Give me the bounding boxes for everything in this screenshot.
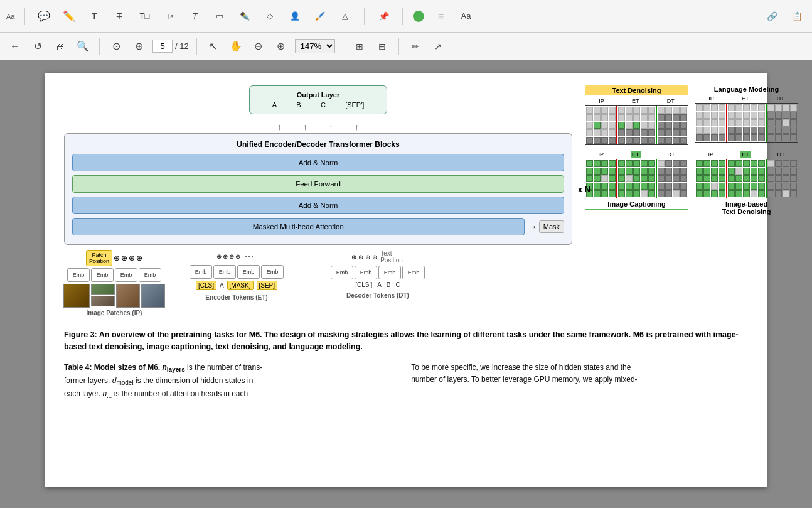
output-tokens: A B C [SEP'] bbox=[262, 101, 374, 109]
superscript-btn[interactable]: Ta bbox=[161, 8, 178, 25]
table-section: Table 4: Model sizes of M6. nlayers is t… bbox=[64, 362, 748, 402]
bottom-grid-row: IP ET DT bbox=[585, 151, 798, 215]
text-denoising-title: Text Denoising bbox=[585, 85, 688, 95]
td-col-ip: IP bbox=[599, 98, 604, 104]
ic-col-dt: DT bbox=[667, 151, 675, 158]
color-fill-btn[interactable]: 🖌️ bbox=[311, 8, 329, 25]
c-prime-label: C bbox=[396, 281, 400, 288]
language-modeling-title: Language Modeling bbox=[695, 85, 798, 93]
toolbar-top: Aa 💬 ✏️ T T̶ T□ Ta T ▭ ✒️ ◇ 👤 🖌️ △ 📌 ≡ A… bbox=[0, 0, 812, 33]
emb-dt-1: Emb bbox=[331, 266, 353, 279]
box-text-btn[interactable]: T□ bbox=[136, 8, 153, 25]
back-nav-label: Aa bbox=[6, 13, 14, 20]
image-text-denoising-section: IP ET DT bbox=[695, 151, 798, 215]
emb-dt-3: Emb bbox=[378, 266, 401, 279]
transformer-diagram: Output Layer A B C [SEP'] ↑ ↑ bbox=[64, 85, 572, 316]
token-sep-out: [SEP'] bbox=[345, 101, 364, 109]
emb-dt-4: Emb bbox=[402, 266, 425, 279]
refresh-btn[interactable]: ↺ bbox=[29, 38, 46, 55]
zoom-in-btn[interactable]: ⊕ bbox=[272, 38, 290, 55]
arrow-left-btn[interactable]: ← bbox=[6, 38, 24, 55]
stamp-btn[interactable]: 👤 bbox=[286, 8, 304, 25]
hand-tool-btn[interactable]: ✋ bbox=[227, 38, 245, 55]
print-btn[interactable]: 🖨 bbox=[51, 38, 69, 55]
masked-attention: Masked Multi-head Attention bbox=[72, 218, 525, 235]
extra-btn[interactable]: 📋 bbox=[788, 8, 806, 25]
itd-col-ip: IP bbox=[708, 151, 713, 158]
fit-page-btn[interactable]: ⊞ bbox=[351, 38, 368, 55]
encoder-tokens-label: Encoder Tokens (ET) bbox=[205, 294, 267, 301]
green-dot-indicator bbox=[413, 11, 424, 22]
zoom-select[interactable]: 147% 100% 150% 200% bbox=[295, 39, 335, 53]
strikethrough-btn[interactable]: T̶ bbox=[110, 8, 128, 25]
cls-token-label: [CLS] bbox=[196, 281, 216, 290]
emb-et-1: Emb bbox=[190, 265, 212, 279]
emb-et-2: Emb bbox=[213, 265, 236, 279]
pdf-page: Output Layer A B C [SEP'] ↑ ↑ bbox=[45, 73, 767, 487]
share-btn[interactable]: ↗ bbox=[429, 38, 447, 55]
zoom-out-btn[interactable]: ⊖ bbox=[250, 38, 267, 55]
image-patch-4 bbox=[116, 284, 140, 308]
output-layer-box: Output Layer A B C [SEP'] bbox=[249, 85, 387, 114]
link-btn[interactable]: 🔗 bbox=[763, 8, 781, 25]
eraser-btn[interactable]: ◇ bbox=[261, 8, 279, 25]
emb-et-3: Emb bbox=[237, 265, 260, 279]
image-patches-label: Image Patches (IP) bbox=[87, 310, 142, 316]
ic-col-ip: IP bbox=[598, 151, 604, 158]
edit-btn[interactable]: ✒️ bbox=[236, 8, 254, 25]
block-title: Unified Encoder/Decoder Transformer Bloc… bbox=[72, 140, 564, 149]
pin-btn[interactable]: 📌 bbox=[375, 8, 392, 25]
token-a-out: A bbox=[272, 101, 277, 109]
rectangle-btn[interactable]: ▭ bbox=[211, 8, 228, 25]
figure-3-area: Output Layer A B C [SEP'] ↑ ↑ bbox=[64, 85, 748, 316]
comment-btn[interactable]: 💬 bbox=[35, 8, 53, 25]
table-title: Table 4: Model sizes of M6. nlayers bbox=[64, 363, 185, 372]
itd-col-dt: DT bbox=[777, 151, 784, 158]
text-denoising-section: Text Denoising IP ET DT bbox=[585, 85, 688, 145]
page-separator: / 12 bbox=[175, 41, 189, 51]
td-grid-row-1 bbox=[586, 107, 616, 114]
cursor-text-btn[interactable]: T bbox=[186, 8, 203, 25]
unified-transformer-block: Unified Encoder/Decoder Transformer Bloc… bbox=[64, 133, 572, 245]
add-norm-mid: Add & Norm bbox=[72, 197, 564, 214]
td-grid-row-4 bbox=[586, 129, 616, 136]
page-input[interactable] bbox=[152, 40, 173, 53]
td-grid-row-3 bbox=[586, 122, 616, 129]
table-body-right: To be more specific, we increase the siz… bbox=[411, 362, 748, 386]
presentation-btn[interactable]: ⊟ bbox=[373, 38, 391, 55]
search-btn[interactable]: 🔍 bbox=[74, 38, 92, 55]
right-panel: Text Denoising IP ET DT bbox=[585, 85, 798, 316]
table-left: Table 4: Model sizes of M6. nlayers is t… bbox=[64, 362, 392, 402]
token-c-out: C bbox=[321, 101, 326, 109]
add-norm-top: Add & Norm bbox=[72, 154, 564, 171]
patch-position-label: PatchPosition bbox=[86, 250, 112, 266]
mask-box: Mask bbox=[539, 220, 564, 233]
aa-btn[interactable]: Aa bbox=[457, 8, 474, 25]
table-right: To be more specific, we increase the siz… bbox=[411, 362, 748, 402]
toolbar-second: ← ↺ 🖨 🔍 ⊙ ⊕ / 12 ↖ ✋ ⊖ ⊕ 147% 100% 150% … bbox=[0, 33, 812, 60]
cls-prime-label: [CLS'] bbox=[355, 281, 372, 288]
download-btn[interactable]: ⊕ bbox=[130, 38, 147, 55]
image-text-denoising-label: Image-basedText Denoising bbox=[695, 200, 798, 215]
ic-col-et: ET bbox=[631, 151, 641, 158]
feed-forward: Feed Forward bbox=[72, 175, 564, 193]
emb-dt-2: Emb bbox=[355, 266, 377, 279]
shape-btn[interactable]: △ bbox=[336, 8, 354, 25]
pencil-btn[interactable]: ✏️ bbox=[60, 8, 78, 25]
image-captioning-label: Image Captioning bbox=[585, 200, 688, 210]
a-token-label: A bbox=[220, 282, 224, 289]
lines-btn[interactable]: ≡ bbox=[432, 8, 449, 25]
td-grid-row-2 bbox=[586, 114, 616, 121]
mask-token-label: [MASK] bbox=[227, 281, 254, 290]
upload-btn[interactable]: ⊙ bbox=[107, 38, 125, 55]
zoom-control[interactable]: 147% 100% 150% 200% bbox=[295, 39, 335, 53]
cursor-tool-btn[interactable]: ↖ bbox=[205, 38, 222, 55]
text-btn[interactable]: T bbox=[85, 8, 103, 25]
token-b-out: B bbox=[296, 101, 301, 109]
image-patch-2 bbox=[91, 284, 115, 295]
a-prime-label: A bbox=[377, 281, 382, 288]
emb-ip-4: Emb bbox=[139, 268, 161, 282]
draw-btn[interactable]: ✏ bbox=[407, 38, 424, 55]
lm-col-ip: IP bbox=[708, 95, 714, 102]
page-navigation: / 12 bbox=[152, 40, 189, 53]
